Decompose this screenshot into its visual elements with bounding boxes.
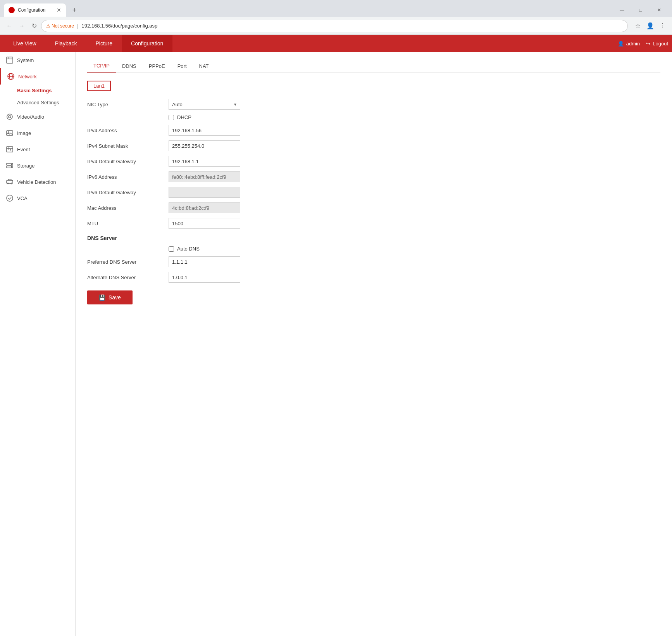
sidebar-item-label: Event (17, 147, 30, 152)
svg-rect-10 (7, 147, 13, 152)
save-label: Save (109, 294, 121, 301)
sidebar-sub-advanced-settings[interactable]: Advanced Settings (0, 97, 75, 109)
storage-icon (6, 162, 13, 169)
dhcp-label: DHCP (177, 114, 191, 120)
tab-bar: TCP/IP DDNS PPPoE Port NAT (87, 60, 660, 73)
security-warning: ⚠ Not secure (46, 23, 74, 29)
browser-tab[interactable]: Configuration ✕ (4, 3, 66, 17)
ipv4-subnet-mask-label: IPv4 Subnet Mask (87, 143, 169, 149)
sidebar: System Network Basic Settings Advanced S… (0, 52, 76, 636)
sidebar-sub-basic-settings[interactable]: Basic Settings (0, 85, 75, 97)
forward-button[interactable]: → (16, 21, 27, 31)
nic-type-select[interactable]: Auto 10M Half-duplex 10M Full-duplex 100… (169, 99, 240, 110)
ipv4-address-input[interactable] (169, 125, 240, 136)
ipv4-gateway-input[interactable] (169, 156, 240, 167)
svg-point-6 (7, 114, 12, 119)
sidebar-item-network[interactable]: Network (0, 68, 75, 85)
ipv4-gateway-label: IPv4 Default Gateway (87, 159, 169, 164)
refresh-button[interactable]: ↻ (29, 21, 40, 31)
profile-icon[interactable]: 👤 (645, 21, 656, 31)
close-button[interactable]: ✕ (650, 4, 668, 16)
url-text: 192.168.1.56/doc/page/config.asp (81, 23, 623, 29)
tab-pppoe[interactable]: PPPoE (143, 60, 171, 73)
mac-address-label: Mac Address (87, 205, 169, 211)
ipv4-address-row: IPv4 Address (87, 125, 660, 136)
sidebar-item-label: Storage (17, 163, 35, 169)
preferred-dns-label: Preferred DNS Server (87, 259, 169, 265)
sidebar-item-vehicle-detection[interactable]: Vehicle Detection (0, 174, 75, 190)
mac-address-input (169, 202, 240, 213)
save-button[interactable]: 💾 Save (87, 290, 133, 304)
ipv6-gateway-row: IPv6 Default Gateway (87, 187, 660, 198)
auto-dns-label: Auto DNS (177, 246, 200, 252)
main-content: System Network Basic Settings Advanced S… (0, 52, 672, 636)
auto-dns-checkbox[interactable] (169, 246, 174, 252)
preferred-dns-input[interactable] (169, 256, 240, 267)
preferred-dns-row: Preferred DNS Server (87, 256, 660, 267)
nav-playback[interactable]: Playback (46, 35, 86, 52)
sidebar-item-vca[interactable]: VCA (0, 190, 75, 206)
vca-icon (6, 195, 13, 202)
sidebar-item-image[interactable]: Image (0, 125, 75, 141)
nic-type-label: NIC Type (87, 102, 169, 107)
sidebar-item-system[interactable]: System (0, 52, 75, 68)
image-icon (6, 130, 13, 137)
minimize-button[interactable]: — (613, 4, 631, 16)
nav-live-view[interactable]: Live View (4, 35, 46, 52)
dns-server-header: DNS Server (87, 235, 660, 241)
tab-port[interactable]: Port (171, 60, 193, 73)
ipv6-address-row: IPv6 Address (87, 171, 660, 182)
tab-close-icon[interactable]: ✕ (57, 7, 61, 13)
sidebar-item-label: Video/Audio (17, 114, 44, 120)
user-label: admin (626, 41, 640, 47)
browser-chrome: Configuration ✕ + — □ ✕ ← → ↻ ⚠ Not secu… (0, 0, 672, 35)
dhcp-checkbox[interactable] (169, 115, 174, 120)
ipv6-gateway-input[interactable] (169, 187, 240, 198)
tab-nat[interactable]: NAT (193, 60, 215, 73)
sidebar-item-storage[interactable]: Storage (0, 157, 75, 174)
menu-icon[interactable]: ⋮ (657, 21, 668, 31)
sidebar-item-label: Image (17, 130, 31, 136)
logout-button[interactable]: ↪ Logout (646, 41, 668, 47)
new-tab-button[interactable]: + (69, 5, 80, 16)
ipv4-address-label: IPv4 Address (87, 128, 169, 133)
ipv6-gateway-label: IPv6 Default Gateway (87, 190, 169, 195)
content-area: TCP/IP DDNS PPPoE Port NAT Lan1 NIC Type… (76, 52, 672, 636)
ipv4-gateway-row: IPv4 Default Gateway (87, 156, 660, 167)
ipv6-address-label: IPv6 Address (87, 174, 169, 180)
ipv4-subnet-mask-input[interactable] (169, 140, 240, 151)
mac-address-row: Mac Address (87, 202, 660, 213)
sidebar-item-event[interactable]: Event (0, 141, 75, 157)
tab-tcpip[interactable]: TCP/IP (87, 60, 116, 73)
event-icon (6, 146, 13, 153)
nav-configuration[interactable]: Configuration (122, 35, 172, 52)
svg-rect-0 (7, 57, 13, 63)
system-icon (6, 57, 13, 64)
sidebar-item-label: VCA (17, 195, 28, 201)
logout-icon: ↪ (646, 41, 650, 47)
ipv6-address-input[interactable] (169, 171, 240, 182)
mtu-input[interactable] (169, 218, 240, 229)
lan1-button[interactable]: Lan1 (87, 81, 111, 91)
mtu-label: MTU (87, 221, 169, 226)
tab-title: Configuration (18, 7, 53, 13)
save-icon: 💾 (99, 294, 105, 301)
sidebar-item-label: Network (18, 74, 37, 80)
svg-point-22 (7, 195, 13, 201)
address-bar[interactable]: ⚠ Not secure | 192.168.1.56/doc/page/con… (41, 20, 628, 32)
maximize-button[interactable]: □ (632, 4, 650, 16)
sidebar-item-label: Vehicle Detection (17, 179, 56, 185)
tab-ddns[interactable]: DDNS (116, 60, 143, 73)
alternate-dns-input[interactable] (169, 272, 240, 283)
nic-type-select-wrapper: Auto 10M Half-duplex 10M Full-duplex 100… (169, 99, 240, 110)
bookmark-icon[interactable]: ☆ (632, 21, 643, 31)
svg-point-17 (11, 164, 12, 165)
svg-point-7 (9, 116, 11, 118)
top-nav-right: 👤 admin ↪ Logout (618, 41, 668, 47)
back-button[interactable]: ← (4, 21, 15, 31)
nav-picture[interactable]: Picture (86, 35, 122, 52)
svg-rect-8 (7, 131, 13, 135)
top-nav: Live View Playback Picture Configuration… (0, 35, 672, 52)
user-info: 👤 admin (618, 41, 640, 47)
sidebar-item-video-audio[interactable]: Video/Audio (0, 109, 75, 125)
